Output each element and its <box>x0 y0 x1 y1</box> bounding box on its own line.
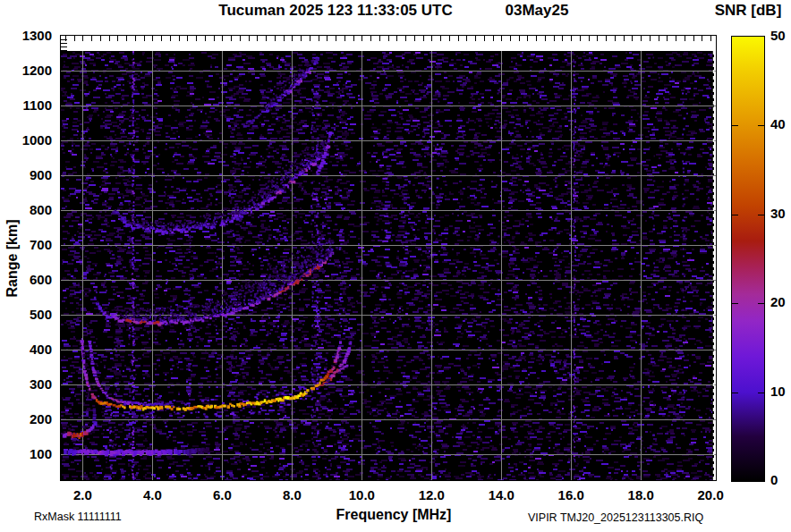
colorbar-tick-mark <box>758 215 764 215</box>
y-tick-label: 700 <box>0 237 52 252</box>
colorbar-tick-mark <box>732 393 738 393</box>
colorbar-tick-label: 50 <box>770 28 791 43</box>
y-tick-label: 500 <box>0 307 52 322</box>
colorbar-tick-mark <box>758 393 764 393</box>
y-tick-label: 1200 <box>0 63 52 78</box>
x-tick-label: 16.0 <box>544 487 598 502</box>
colorbar-tick-label: 30 <box>770 206 791 221</box>
y-tick-label: 1300 <box>0 28 52 43</box>
y-tick-label: 300 <box>0 376 52 392</box>
chart-date: 03May25 <box>488 2 586 20</box>
y-tick-label: 1000 <box>0 132 52 148</box>
file-note: VIPIR TMJ20_2025123113305.RIQ <box>528 511 703 524</box>
colorbar-tick-mark <box>732 125 738 126</box>
x-tick-label: 12.0 <box>404 487 458 502</box>
colorbar-tick-label: 10 <box>770 384 791 399</box>
x-tick-label: 6.0 <box>195 487 249 502</box>
y-tick-label: 900 <box>0 167 52 182</box>
colorbar-tick-label: 20 <box>770 294 791 309</box>
ionogram-page: Tucuman 2025 123 11:33:05 UTC 03May25 SN… <box>0 0 791 532</box>
x-tick-label: 2.0 <box>55 487 109 502</box>
x-tick-label: 8.0 <box>265 487 319 502</box>
colorbar <box>731 36 765 482</box>
x-tick-label: 10.0 <box>335 487 388 502</box>
x-tick-label: 14.0 <box>474 487 528 502</box>
y-tick-label: 800 <box>0 202 52 217</box>
y-tick-label: 400 <box>0 342 52 357</box>
y-tick-label: 200 <box>0 411 52 426</box>
colorbar-tick-mark <box>758 303 764 304</box>
colorbar-tick-label: 0 <box>770 472 791 487</box>
rxmask-note: RxMask 11111111 <box>34 511 122 523</box>
colorbar-tick-mark <box>732 215 738 215</box>
x-tick-label: 20.0 <box>684 487 737 502</box>
colorbar-tick-mark <box>732 303 738 304</box>
colorbar-tick-label: 40 <box>770 116 791 131</box>
x-tick-label: 18.0 <box>614 487 668 502</box>
y-tick-label: 1100 <box>0 97 52 113</box>
x-tick-label: 4.0 <box>125 487 179 502</box>
colorbar-tick-mark <box>758 125 764 126</box>
y-tick-label: 100 <box>0 446 52 461</box>
chart-title: Tucuman 2025 123 11:33:05 UTC <box>206 2 465 20</box>
ionogram-canvas <box>61 36 716 480</box>
colorbar-title: SNR [dB] <box>705 2 791 20</box>
plot-frame <box>60 35 717 481</box>
x-axis-label: Frequency [MHz] <box>313 507 474 523</box>
y-tick-label: 600 <box>0 272 52 287</box>
